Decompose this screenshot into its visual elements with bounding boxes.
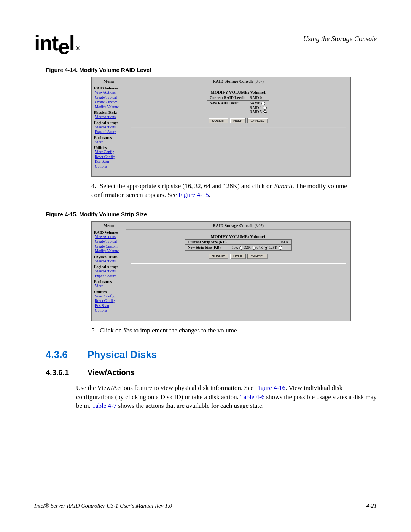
radio-16k[interactable]	[239, 246, 243, 250]
menu-view-config[interactable]: View Config	[95, 150, 123, 155]
intel-logo: intel®	[34, 30, 80, 55]
menu-bus-scan[interactable]: Bus Scan	[95, 159, 123, 164]
menu-pd-view-actions[interactable]: View/Actions	[95, 115, 123, 120]
radio-32k[interactable]	[252, 246, 256, 250]
link-table-4-6[interactable]: Table 4-6	[240, 393, 264, 401]
radio-raid1[interactable]	[263, 106, 267, 110]
step-4: 4.Select the appropriate strip size (16,…	[91, 182, 377, 200]
figure-4-15-caption: Figure 4-15. Modify Volume Strip Size	[46, 211, 377, 217]
link-figure-4-15[interactable]: Figure 4-15	[178, 191, 209, 198]
menu-expand-array[interactable]: Expand Array	[95, 129, 123, 134]
help-button-2[interactable]: HELP	[230, 254, 246, 259]
cancel-button[interactable]: CANCEL	[247, 118, 268, 123]
menu-create-typical[interactable]: Create Typical	[95, 95, 123, 100]
link-figure-4-16[interactable]: Figure 4-16	[255, 384, 285, 391]
figure-4-14-screenshot: Menu RAID Volumes View/Actions Create Ty…	[91, 77, 351, 177]
menu-create-custom[interactable]: Create Custom	[95, 100, 123, 105]
modify-raid-table: Current RAID Level: RAID 0 New RAID Leve…	[207, 95, 269, 115]
menu-title: Menu	[94, 79, 123, 85]
modify-volume-title: MODIFY VOLUME: Volume1	[211, 90, 266, 94]
ss-menu-2: Menu RAID Volumes View/Actions Create Ty…	[92, 222, 126, 321]
radio-128k[interactable]	[279, 246, 282, 250]
cancel-button-2[interactable]: CANCEL	[247, 254, 268, 259]
footer-right: 4-21	[366, 503, 377, 509]
page-header-right: Using the Storage Console	[303, 30, 377, 43]
section-4-3-6: 4.3.6Physical Disks	[46, 349, 377, 361]
step-5: 5.Click on Yes to implement the changes …	[91, 326, 377, 335]
radio-same[interactable]	[261, 102, 265, 105]
menu-view-actions[interactable]: View/Actions	[95, 90, 123, 95]
menu-modify-volume[interactable]: Modify Volume	[95, 105, 123, 110]
console-title: RAID Storage Console (3.07)	[126, 77, 350, 85]
submit-button-2[interactable]: SUBMIT	[209, 254, 228, 259]
modify-strip-table: Current Strip Size (KB) 64 K New Strip S…	[185, 239, 291, 251]
submit-button[interactable]: SUBMIT	[209, 118, 228, 123]
page-footer: Intel® Server RAID Controller U3-1 User'…	[34, 503, 377, 509]
ss-menu: Menu RAID Volumes View/Actions Create Ty…	[92, 77, 126, 176]
footer-left: Intel® Server RAID Controller U3-1 User'…	[34, 503, 172, 509]
radio-64k[interactable]	[264, 246, 268, 250]
link-table-4-7[interactable]: Table 4-7	[92, 402, 116, 409]
help-button[interactable]: HELP	[230, 118, 246, 123]
menu-la-view-actions[interactable]: View/Actions	[95, 125, 123, 130]
menu-reset-config[interactable]: Reset Config	[95, 155, 123, 160]
section-4-3-6-1-paragraph: Use the View/Actions feature to view phy…	[76, 383, 377, 411]
figure-4-15-screenshot: Menu RAID Volumes View/Actions Create Ty…	[91, 221, 351, 321]
section-4-3-6-1: 4.3.6.1View/Actions	[46, 368, 377, 377]
menu-enc-view[interactable]: View	[95, 140, 123, 145]
radio-raid5[interactable]	[263, 110, 267, 114]
figure-4-14-caption: Figure 4-14. Modify Volume RAID Level	[46, 67, 377, 73]
menu-options[interactable]: Options	[95, 164, 123, 169]
